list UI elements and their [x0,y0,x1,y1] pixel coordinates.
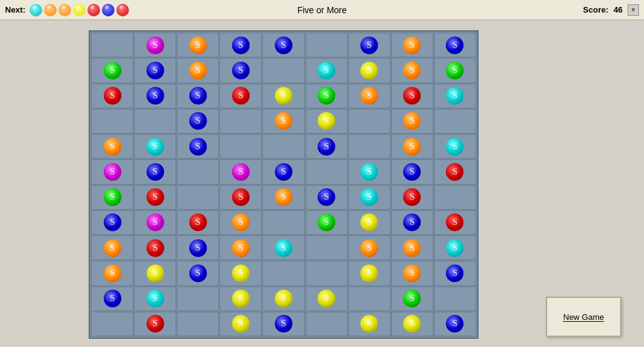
grid-cell[interactable] [91,84,133,108]
ball-cyan[interactable] [445,238,465,258]
grid-cell[interactable] [348,287,391,311]
grid-cell[interactable] [177,261,219,285]
grid-cell[interactable] [91,134,133,159]
grid-cell[interactable] [262,261,304,285]
ball-blue[interactable] [103,212,123,232]
ball-yellow[interactable] [402,314,422,334]
grid-cell[interactable] [434,210,476,235]
grid-cell[interactable] [177,287,219,311]
grid-cell[interactable] [391,236,433,260]
ball-magenta[interactable] [231,162,251,182]
ball-blue[interactable] [145,60,165,81]
ball-blue[interactable] [145,162,165,182]
grid-cell[interactable] [219,134,262,159]
ball-green[interactable] [103,60,123,81]
grid-cell[interactable] [134,159,176,184]
ball-orange[interactable] [402,263,422,283]
ball-red[interactable] [445,162,465,182]
grid-cell[interactable] [91,185,133,210]
grid-cell[interactable] [262,312,304,336]
grid-cell[interactable] [262,109,304,134]
grid-cell[interactable] [348,236,391,260]
ball-blue[interactable] [402,212,422,232]
ball-blue[interactable] [359,35,379,55]
grid-cell[interactable] [391,84,433,108]
grid-cell[interactable] [262,159,304,184]
grid-cell[interactable] [348,84,391,108]
grid-cell[interactable] [219,210,262,235]
grid-cell[interactable] [434,236,476,260]
ball-blue[interactable] [402,162,422,182]
grid-cell[interactable] [348,33,391,57]
grid-cell[interactable] [134,58,176,82]
grid-cell[interactable] [348,109,391,134]
ball-cyan[interactable] [316,60,336,81]
grid-cell[interactable] [91,312,133,336]
grid-cell[interactable] [219,287,262,311]
grid-cell[interactable] [134,210,176,235]
grid-cell[interactable] [348,185,391,210]
ball-cyan[interactable] [359,187,379,207]
ball-orange[interactable] [103,263,123,283]
grid-cell[interactable] [306,312,348,336]
ball-orange[interactable] [359,86,379,106]
grid-cell[interactable] [262,287,304,311]
ball-orange[interactable] [231,238,251,258]
grid-cell[interactable] [391,312,433,336]
ball-red[interactable] [445,212,465,232]
grid-cell[interactable] [91,261,133,285]
grid-cell[interactable] [391,134,433,159]
grid-cell[interactable] [134,134,176,159]
ball-orange[interactable] [402,137,422,157]
grid-cell[interactable] [306,134,348,159]
ball-blue[interactable] [445,314,465,334]
ball-blue[interactable] [316,187,336,207]
ball-orange[interactable] [231,212,251,232]
ball-orange[interactable] [402,238,422,258]
grid-cell[interactable] [262,134,304,159]
grid-cell[interactable] [348,159,391,184]
grid-cell[interactable] [434,58,476,82]
ball-yellow[interactable] [359,314,379,334]
grid-cell[interactable] [134,185,176,210]
ball-orange[interactable] [402,111,422,131]
ball-orange[interactable] [103,137,123,157]
ball-magenta[interactable] [145,35,165,55]
ball-yellow[interactable] [231,314,251,334]
game-board[interactable] [89,30,479,339]
grid-cell[interactable] [177,58,219,82]
grid-cell[interactable] [177,210,219,235]
grid-cell[interactable] [348,134,391,159]
grid-cell[interactable] [391,33,433,57]
ball-yellow[interactable] [359,263,379,283]
grid-cell[interactable] [134,109,176,134]
ball-cyan[interactable] [445,86,465,106]
grid-cell[interactable] [434,109,476,134]
grid-cell[interactable] [434,134,476,159]
grid-cell[interactable] [391,159,433,184]
ball-orange[interactable] [103,238,123,258]
grid-cell[interactable] [262,210,304,235]
grid-cell[interactable] [219,185,262,210]
grid-cell[interactable] [219,58,262,82]
grid-cell[interactable] [177,84,219,108]
ball-red[interactable] [145,314,165,334]
new-game-button[interactable]: New Game [546,297,621,337]
grid-cell[interactable] [434,84,476,108]
ball-orange[interactable] [402,35,422,55]
ball-cyan[interactable] [145,137,165,157]
grid-cell[interactable] [177,109,219,134]
ball-yellow[interactable] [145,263,165,283]
ball-cyan[interactable] [445,137,465,157]
grid-cell[interactable] [219,33,262,57]
grid-cell[interactable] [306,159,348,184]
grid-cell[interactable] [391,58,433,82]
grid-cell[interactable] [91,58,133,82]
ball-green[interactable] [316,86,336,106]
grid-cell[interactable] [219,261,262,285]
grid-cell[interactable] [91,159,133,184]
grid-cell[interactable] [177,312,219,336]
grid-cell[interactable] [434,261,476,285]
grid-cell[interactable] [306,58,348,82]
grid-cell[interactable] [177,159,219,184]
